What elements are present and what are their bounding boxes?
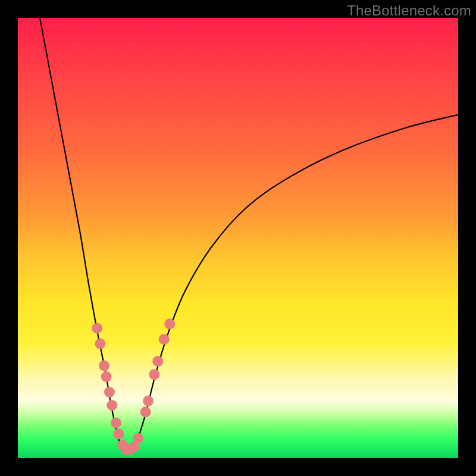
sample-point xyxy=(140,406,151,417)
bottleneck-curve xyxy=(40,18,458,450)
sample-point xyxy=(149,369,159,380)
sample-point xyxy=(133,433,143,444)
sample-point xyxy=(92,323,102,334)
sample-point xyxy=(104,387,115,397)
watermark-text: TheBottleneck.com xyxy=(347,2,471,19)
sample-point xyxy=(111,418,121,428)
sample-point xyxy=(152,356,163,367)
sample-point xyxy=(95,339,105,349)
chart-frame: TheBottleneck.com xyxy=(0,0,476,476)
sample-point xyxy=(164,318,175,329)
sample-point xyxy=(107,400,117,411)
chart-svg xyxy=(18,18,458,458)
sample-point xyxy=(113,428,124,439)
sample-point xyxy=(101,371,112,382)
plot-area xyxy=(18,18,458,458)
sample-point xyxy=(159,334,170,345)
sample-point xyxy=(143,396,154,406)
sample-points xyxy=(92,318,175,455)
sample-point xyxy=(99,361,109,371)
